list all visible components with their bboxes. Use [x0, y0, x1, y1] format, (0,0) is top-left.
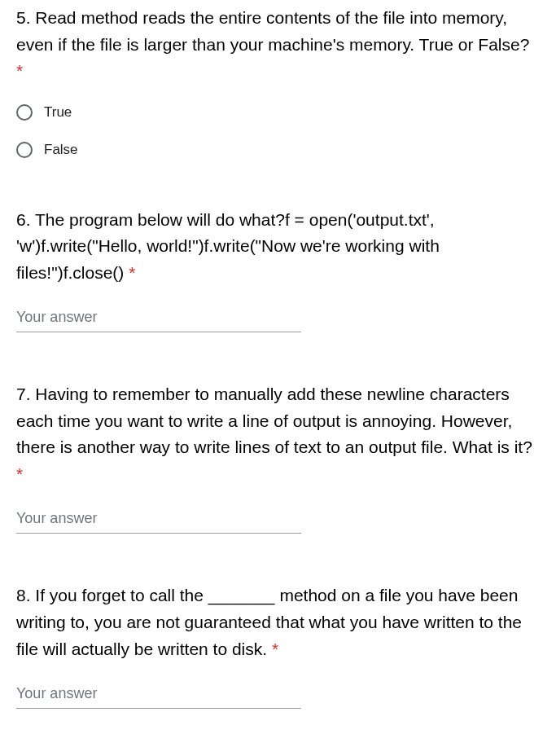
answer-wrap-8 — [16, 682, 540, 709]
radio-label-true: True — [44, 104, 72, 121]
required-marker: * — [129, 263, 135, 282]
question-7-prompt: 7. Having to remember to manually add th… — [16, 385, 532, 456]
radio-circle-icon — [16, 142, 33, 158]
radio-circle-icon — [16, 104, 33, 121]
required-marker: * — [16, 61, 23, 80]
question-6-prompt: 6. The program below will do what?f = op… — [16, 210, 440, 282]
question-6: 6. The program below will do what?f = op… — [16, 207, 540, 333]
question-5-prompt: 5. Read method reads the entire contents… — [16, 8, 529, 54]
radio-option-false[interactable]: False — [16, 142, 540, 158]
answer-wrap-6 — [16, 305, 540, 332]
question-8: 8. If you forget to call the _______ met… — [16, 582, 540, 709]
question-7: 7. Having to remember to manually add th… — [16, 381, 540, 534]
radio-option-true[interactable]: True — [16, 104, 540, 121]
answer-input-7[interactable] — [16, 507, 301, 534]
question-5-options: True False — [16, 104, 540, 158]
question-8-prompt: 8. If you forget to call the _______ met… — [16, 586, 522, 657]
radio-label-false: False — [44, 142, 78, 158]
question-5-text: 5. Read method reads the entire contents… — [16, 5, 540, 85]
question-8-text: 8. If you forget to call the _______ met… — [16, 582, 540, 662]
answer-input-6[interactable] — [16, 305, 301, 332]
answer-input-8[interactable] — [16, 682, 301, 709]
question-5: 5. Read method reads the entire contents… — [16, 5, 540, 158]
required-marker: * — [16, 464, 23, 483]
question-6-text: 6. The program below will do what?f = op… — [16, 207, 540, 287]
answer-wrap-7 — [16, 507, 540, 534]
required-marker: * — [272, 640, 278, 658]
question-7-text: 7. Having to remember to manually add th… — [16, 381, 540, 487]
